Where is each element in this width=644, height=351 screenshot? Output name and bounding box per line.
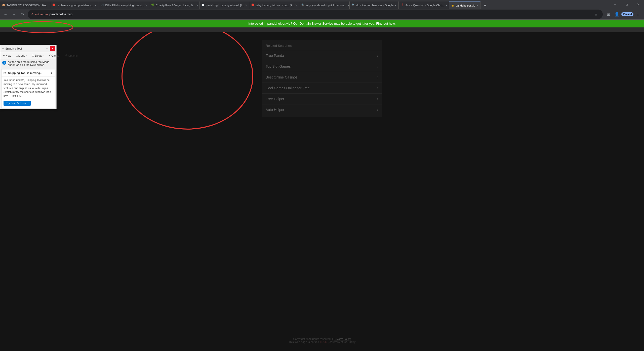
bookmark-icon[interactable]: ☆ [593,11,599,18]
delay-icon: ⏱ [32,54,34,57]
close-window-button[interactable]: ✕ [632,0,644,9]
tab-1-title: TAMING MY ROBOROVSKI HA... [7,4,48,7]
snipping-tool-window: ✂ Snipping Tool ─ ✕ ✦ New □ Mode ▾ ⏱ Del… [0,45,57,109]
snipping-cancel-button[interactable]: ✕ Cancel [48,53,61,58]
tab-8-favicon: 🔍 [352,4,355,7]
extensions-button[interactable]: ⊞ [604,10,612,18]
tab-6-close[interactable]: ✕ [295,4,297,7]
footer-parked-text: This Web page is parked [289,340,319,343]
chevron-right-icon: › [377,75,378,80]
search-item-cool-games[interactable]: Cool Games Online for Free › [262,83,382,93]
options-icon: ⚙ [65,54,68,57]
tab-3-close[interactable]: ✕ [145,4,147,7]
tab-4[interactable]: 🌿 Cruelty-Free & Vegan Living &... ✕ [149,2,199,9]
snipping-delay-button[interactable]: ⏱ Delay ▾ [31,54,45,58]
tab-5[interactable]: 📋 panicking!! iceberg lettuce!! [l... ✕ [199,2,249,9]
tab-10[interactable]: 🔒 pandahelper.vip ✕ [449,2,480,9]
forward-button[interactable]: → [11,11,18,18]
snipping-toolbar: ✦ New □ Mode ▾ ⏱ Delay ▾ ✕ Cancel ⚙ Opti… [0,52,56,59]
snipping-close-button[interactable]: ✕ [50,46,55,51]
domain-notification-bar: Interested in pandahelper.vip? Our Domai… [0,20,644,27]
tab-6-title: Why iceberg lettuce is bad. [li... [256,4,294,7]
snipping-tool-icon: ✂ [2,47,4,50]
tab-3[interactable]: 🎵 Billie Eilish - everything i want... ✕ [99,2,149,9]
snipping-notification-header[interactable]: ✂ Snipping Tool is moving... ▲ [2,69,55,77]
paused-badge[interactable]: Paused [621,12,633,16]
tab-9-close[interactable]: ✕ [446,4,448,7]
search-item-auto-helper-label: Auto Helper [266,108,284,112]
tab-8[interactable]: 🔍 do mice hurt hamster - Google ✕ [350,2,399,9]
tab-2-title: is obama a good president -... [57,4,94,7]
page-footer: Copyright © All rights reserved. | Priva… [0,337,644,343]
search-item-best-casinos[interactable]: Best Online Casinos › [262,72,382,83]
toolbar-right: ⊞ 👤 Paused ⋮ [604,10,642,18]
tab-4-favicon: 🌿 [151,4,155,7]
back-button[interactable]: ← [2,11,9,18]
snipping-notification-title: Snipping Tool is moving... [8,71,50,74]
address-icons: ☆ [593,11,599,18]
mode-dropdown-icon: ▾ [26,54,27,57]
snipping-new-label: New [6,54,11,57]
snipping-notification-icon: ✂ [4,71,7,75]
snipping-title-bar: ✂ Snipping Tool ─ ✕ [0,45,56,52]
search-item-auto-helper[interactable]: Auto Helper › [262,104,382,115]
tab-10-title: pandahelper.vip [456,4,475,7]
footer-parked-line: This Web page is parked FREE , courtesy … [0,340,644,343]
snipping-instruction: i ect the snip mode using the Mode butto… [0,59,56,68]
menu-button[interactable]: ⋮ [634,10,642,18]
search-panel: Related Searches Free Panda › Top Slot G… [262,40,382,117]
footer-parked-suffix: , courtesy of GoDaddy [328,340,355,343]
snipping-minimize-button[interactable]: ─ [45,46,50,51]
footer-copyright-line: Copyright © All rights reserved. | Priva… [0,337,644,340]
profile-button[interactable]: 👤 [613,10,621,18]
search-item-free-panda[interactable]: Free Panda › [262,50,382,61]
snipping-notification-body: In a future update, Snipping Tool will b… [2,77,55,100]
page-content: Related Searches Free Panda › Top Slot G… [0,32,644,351]
tab-1[interactable]: 🐹 TAMING MY ROBOROVSKI HA... ✕ [0,2,50,9]
new-tab-button[interactable]: + [481,2,489,9]
search-item-free-helper-label: Free Helper [266,97,284,101]
tab-7-favicon: 🔍 [301,4,305,7]
delay-dropdown-icon: ▾ [43,54,44,57]
snipping-mode-button[interactable]: □ Mode ▾ [15,54,28,58]
snipping-options-button[interactable]: ⚙ Options [64,53,79,58]
tab-7[interactable]: 🔍 why you shouldnt put 2 hamste... ✕ [299,2,350,9]
tab-6[interactable]: 🔴 Why iceberg lettuce is bad. [li... ✕ [249,2,299,9]
find-out-link[interactable]: Find out how. [376,22,395,25]
search-item-top-slot[interactable]: Top Slot Games › [262,61,382,72]
tab-8-close[interactable]: ✕ [394,4,396,7]
tab-10-close[interactable]: ✕ [476,4,478,7]
related-searches-heading: Related Searches [262,44,382,50]
reload-button[interactable]: ↻ [19,11,26,18]
snipping-cancel-label: Cancel [51,54,60,57]
search-item-free-helper[interactable]: Free Helper › [262,93,382,104]
tab-bar: 🐹 TAMING MY ROBOROVSKI HA... ✕ 🔴 is obam… [0,0,644,9]
tab-5-close[interactable]: ✕ [245,4,247,7]
snipping-notification-body-text: In a future update, Snipping Tool will b… [4,79,51,97]
address-input-wrap[interactable]: ⚠ Not secure ☆ [28,10,603,19]
try-snip-sketch-button[interactable]: Try Snip & Sketch [4,101,31,106]
tab-7-close[interactable]: ✕ [347,4,349,7]
tab-2-close[interactable]: ✕ [95,4,97,7]
tab-6-favicon: 🔴 [251,4,255,7]
tab-5-title: panicking!! iceberg lettuce!! [l... [206,4,244,7]
snipping-new-button[interactable]: ✦ New [2,53,12,58]
tab-9[interactable]: ❓ Ask a Question - Google Chro... ✕ [399,2,449,9]
tab-4-close[interactable]: ✕ [196,4,198,7]
tab-8-title: do mice hurt hamster - Google [356,4,394,7]
tab-3-favicon: 🎵 [101,4,104,7]
chevron-right-icon: › [377,97,378,101]
window-controls: ─ □ ✕ [609,0,644,9]
footer-copyright: Copyright © All rights reserved. [293,337,331,340]
mode-icon: □ [16,54,18,57]
collapse-icon[interactable]: ▲ [50,71,53,75]
minimize-button[interactable]: ─ [609,0,621,9]
maximize-button[interactable]: □ [621,0,632,9]
search-item-best-casinos-label: Best Online Casinos [266,75,298,79]
tab-2-favicon: 🔴 [52,4,56,7]
tab-2[interactable]: 🔴 is obama a good president -... ✕ [50,2,99,9]
address-input[interactable] [49,12,591,16]
search-item-top-slot-label: Top Slot Games [266,64,291,68]
chevron-right-icon: › [377,107,378,112]
privacy-link[interactable]: Privacy Policy [334,337,351,340]
